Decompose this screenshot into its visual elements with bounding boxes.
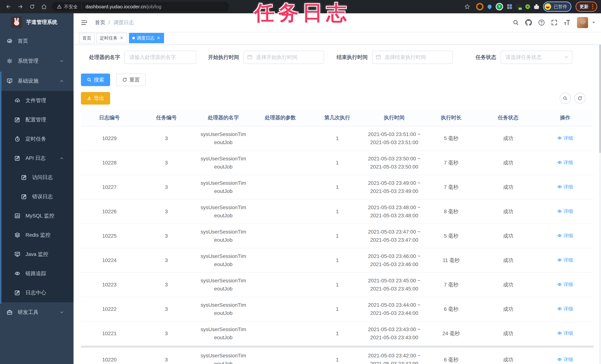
star-icon[interactable] — [462, 2, 472, 11]
column-header: 操作 — [537, 109, 594, 126]
chevron-up-icon — [60, 155, 64, 161]
page-scrollbar[interactable] — [599, 13, 601, 364]
profile-paused-chip[interactable]: 已暂停 — [543, 1, 571, 12]
exec-time-cell: 2021-05-03 23:48:00 ~2021-05-03 23:48:00 — [366, 199, 423, 224]
job-id-cell: 3 — [138, 348, 195, 364]
logo[interactable]: 芋道管理系统 — [0, 13, 73, 31]
sidebar-item-文件管理[interactable]: 文件管理 — [0, 91, 73, 110]
reset-button[interactable]: 重置 — [116, 73, 146, 86]
edit-icon — [14, 155, 20, 161]
detail-link[interactable]: 详细 — [557, 232, 573, 240]
green-y-extension-icon[interactable]: Y — [496, 3, 503, 10]
exec-index-cell: 1 — [309, 224, 366, 248]
status-cell: 成功 — [480, 126, 537, 151]
detail-link[interactable]: 详细 — [557, 355, 573, 364]
job-status-select[interactable] — [501, 51, 572, 64]
exec-index-cell: 1 — [309, 273, 366, 297]
breadcrumb-home[interactable]: 首页 — [95, 19, 105, 26]
sidebar-item-访问日志[interactable]: 访问日志 — [0, 168, 73, 187]
sidebar-item-mysql-监控[interactable]: MySQL 监控 — [0, 206, 73, 225]
home-icon[interactable] — [39, 2, 49, 11]
handler-param-cell — [252, 126, 309, 151]
puzzle-extension-icon[interactable] — [534, 4, 539, 9]
fullscreen-icon[interactable] — [551, 20, 557, 26]
exec-time-cell: 2021-05-03 23:50:00 ~2021-05-03 23:50:00 — [366, 151, 423, 175]
on-badge-extension-icon[interactable]: on — [516, 4, 521, 9]
status-cell: 成功 — [480, 297, 537, 321]
end-time-input[interactable] — [372, 51, 453, 64]
github-icon[interactable] — [525, 19, 532, 26]
toggle-search-button[interactable] — [560, 93, 571, 104]
forward-icon[interactable] — [16, 2, 25, 11]
tag-定时任务[interactable]: 定时任务✕ — [96, 33, 127, 43]
detail-link[interactable]: 详细 — [557, 305, 573, 313]
detail-link[interactable]: 详细 — [557, 158, 573, 166]
exec-time-cell: 2021-05-03 23:49:00 ~2021-05-03 23:49:00 — [366, 175, 423, 199]
sidebar-item-配置管理[interactable]: 配置管理 — [0, 110, 73, 129]
back-icon[interactable] — [4, 2, 13, 11]
eye-icon — [557, 282, 562, 287]
tag-首页[interactable]: 首页 — [79, 33, 95, 43]
detail-link[interactable]: 详细 — [557, 329, 573, 337]
reload-icon[interactable] — [27, 2, 37, 11]
handler-name-field — [125, 51, 196, 64]
detail-link[interactable]: 详细 — [557, 256, 573, 264]
sidebar-item-定时任务[interactable]: 定时任务 — [0, 129, 73, 149]
search-button[interactable]: 搜索 — [81, 73, 110, 86]
breadcrumb: 首页 / 调度日志 — [95, 19, 134, 26]
browser-update-button[interactable]: 更新 — [575, 1, 597, 12]
exec-index-cell: 1 — [309, 199, 366, 224]
job-id-cell: 3 — [138, 224, 195, 248]
eye-icon — [557, 209, 562, 214]
breadcrumb-separator: / — [109, 20, 110, 26]
gear-icon — [7, 58, 13, 64]
chevron-up-icon — [60, 78, 64, 84]
eye-icon — [557, 136, 562, 141]
user-avatar[interactable] — [577, 17, 588, 28]
sidebar-item-错误日志[interactable]: 错误日志 — [0, 187, 73, 206]
sidebar-item-链路追踪[interactable]: 链路追踪 — [0, 264, 73, 283]
handler-name-cell: sysUserSessionTimeoutJob — [195, 348, 252, 364]
security-label: 不安全 — [64, 4, 78, 10]
sidebar-item-api-日志[interactable]: API 日志 — [0, 149, 73, 168]
handler-param-cell — [252, 199, 309, 224]
sidebar-item-java-监控[interactable]: Java 监控 — [0, 245, 73, 264]
export-button[interactable]: 导出 — [81, 92, 110, 105]
tag-调度日志[interactable]: 调度日志✕ — [129, 33, 164, 43]
end-time-field — [372, 51, 453, 64]
grid-extension-icon[interactable] — [507, 4, 512, 9]
sidebar-item-redis-监控[interactable]: Redis 监控 — [0, 225, 73, 245]
sidebar-item-日志中心[interactable]: 日志中心 — [0, 283, 73, 302]
sidebar-item-研发工具[interactable]: 研发工具 — [0, 302, 73, 322]
orange-ring-extension-icon[interactable] — [476, 3, 483, 10]
begin-time-input[interactable] — [243, 51, 324, 64]
table-divider — [81, 346, 594, 348]
table-row: 102243sysUserSessionTimeoutJob12021-05-0… — [81, 248, 594, 273]
address-bar[interactable]: 不安全 dashboard.yudao.iocoder.cn/job/log — [52, 2, 229, 11]
handler-name-input[interactable] — [125, 51, 196, 64]
green-cat-extension-icon[interactable] — [525, 4, 530, 9]
detail-link[interactable]: 详细 — [557, 134, 573, 142]
sidebar-item-基础设施[interactable]: 基础设施 — [0, 71, 73, 91]
kebab-menu-icon[interactable] — [592, 4, 593, 9]
search-icon[interactable] — [513, 20, 519, 26]
close-icon[interactable]: ✕ — [156, 36, 161, 40]
font-size-icon[interactable] — [564, 20, 571, 26]
detail-link[interactable]: 详细 — [557, 207, 573, 215]
column-header: 第几次执行 — [309, 109, 366, 126]
duration-cell: 7 毫秒 — [423, 175, 480, 199]
blue-drop-extension-icon[interactable] — [488, 5, 492, 9]
hamburger-icon[interactable] — [79, 19, 90, 26]
refresh-table-button[interactable] — [574, 93, 585, 104]
table-row: 102213sysUserSessionTimeoutJob12021-05-0… — [81, 321, 594, 346]
caret-down-icon[interactable] — [591, 20, 596, 25]
exec-index-cell: 1 — [309, 297, 366, 321]
detail-link[interactable]: 详细 — [557, 183, 573, 191]
sidebar-item-系统管理[interactable]: 系统管理 — [0, 51, 73, 71]
detail-link[interactable]: 详细 — [557, 280, 573, 288]
chevron-down-icon — [564, 55, 569, 60]
sidebar-item-首页[interactable]: 首页 — [0, 31, 73, 51]
close-icon[interactable]: ✕ — [119, 36, 124, 40]
question-icon[interactable] — [538, 19, 545, 26]
job-id-cell: 3 — [138, 126, 195, 151]
